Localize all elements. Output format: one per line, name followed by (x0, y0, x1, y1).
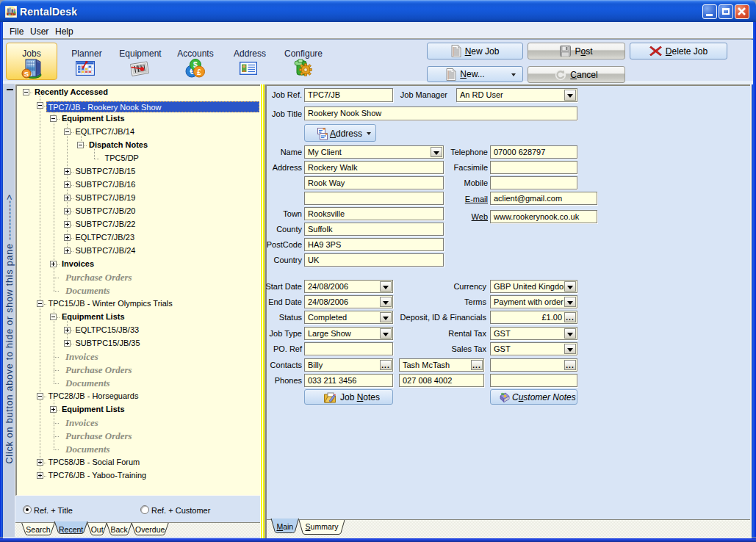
svg-text:S: S (24, 70, 29, 78)
svg-text:£: £ (197, 68, 201, 76)
